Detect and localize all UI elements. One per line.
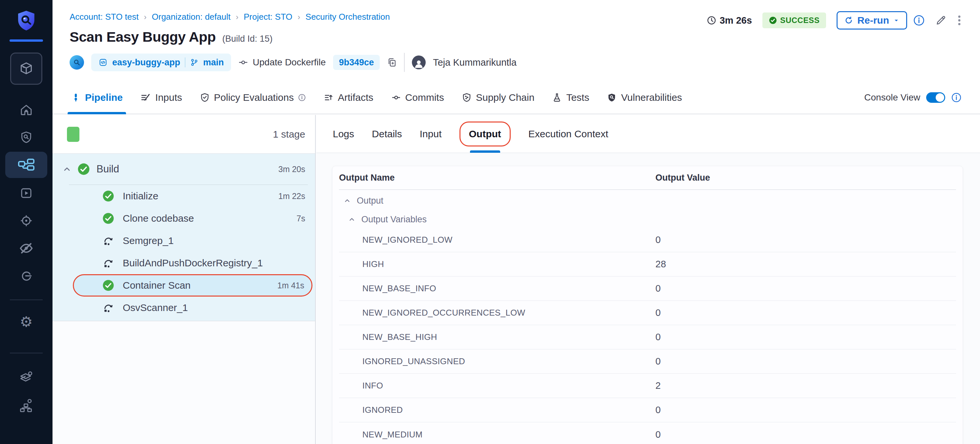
table-row: NEW_IGNORED_OCCURRENCES_LOW 0 (339, 301, 956, 325)
breadcrumb-separator: › (144, 13, 147, 22)
step-duration: 7s (297, 214, 305, 223)
step-row-container-scan[interactable]: Container Scan 1m 41s (73, 274, 312, 297)
executions-icon[interactable] (19, 186, 33, 200)
console-view-toggle[interactable] (926, 92, 945, 103)
step-duration: 1m 41s (277, 281, 304, 290)
info-icon[interactable] (913, 14, 925, 26)
artifacts-icon (324, 93, 333, 102)
copy-icon[interactable] (387, 57, 397, 67)
pipeline-icon (71, 93, 81, 102)
commit-message: Update Dockerfile (253, 57, 326, 68)
step-row-build-and-push[interactable]: BuildAndPushDockerRegistry_1 (52, 252, 315, 274)
breadcrumb-module[interactable]: Security Orchestration (305, 12, 390, 22)
step-name: BuildAndPushDockerRegistry_1 (123, 257, 263, 268)
detail-tab-logs[interactable]: Logs (333, 115, 354, 153)
overview-shield-scan-icon[interactable] (19, 130, 33, 144)
tab-vulnerabilities[interactable]: Vulnerabilities (606, 81, 683, 113)
detail-tab-details[interactable]: Details (372, 115, 402, 153)
step-name: Semgrep_1 (123, 235, 173, 246)
branch-name[interactable]: main (203, 57, 224, 68)
table-row: NEW_IGNORED_LOW 0 (339, 228, 956, 252)
sidebar-item-pipelines[interactable] (5, 152, 47, 178)
step-name: Clone codebase (123, 213, 194, 224)
success-check-icon (102, 212, 114, 224)
stage-panel: 1 stage Build 3m 20s Initialize 1m 22s (52, 115, 316, 444)
commit-sha-pill[interactable]: 9b349ce (333, 55, 380, 70)
execution-content: 1 stage Build 3m 20s Initialize 1m 22s (52, 115, 980, 444)
edit-pencil-icon[interactable] (935, 15, 947, 26)
detail-tab-input[interactable]: Input (420, 115, 442, 153)
repo-name[interactable]: easy-buggy-app (112, 57, 180, 68)
stage-duration: 3m 20s (278, 165, 305, 174)
nav-divider (10, 353, 43, 353)
step-row-semgrep[interactable]: Semgrep_1 (52, 230, 315, 252)
info-icon[interactable] (951, 92, 962, 103)
table-row: NEW_MEDIUM 0 (339, 422, 956, 444)
rerun-button[interactable]: Re-run (837, 11, 907, 30)
default-settings-layers-icon[interactable] (19, 371, 33, 385)
header-divider (404, 53, 405, 72)
collapse-chevron-icon[interactable] (62, 165, 72, 174)
step-duration: 1m 22s (278, 192, 305, 201)
table-row: INFO 2 (339, 374, 956, 398)
execution-duration: 3m 26s (706, 15, 752, 26)
nav-divider (10, 300, 43, 300)
step-row-initialize[interactable]: Initialize 1m 22s (52, 185, 315, 207)
main-area: Account: STO test › Organization: defaul… (52, 0, 980, 444)
detail-tab-execution-context[interactable]: Execution Context (528, 115, 608, 153)
output-table-card: Output Name Output Value Output Output V… (332, 166, 963, 444)
detail-tab-output[interactable]: Output (460, 115, 511, 153)
breadcrumb: Account: STO test › Organization: defaul… (70, 12, 390, 22)
step-row-osv-scanner[interactable]: OsvScanner_1 (52, 297, 315, 319)
tab-artifacts[interactable]: Artifacts (322, 81, 374, 113)
table-row: IGNORED 0 (339, 398, 956, 422)
commit-icon (238, 57, 248, 67)
stage-count-label: 1 stage (273, 129, 305, 140)
collapse-chevron-icon (344, 197, 351, 204)
step-skipped-icon (102, 302, 114, 314)
home-icon[interactable] (19, 102, 33, 117)
tab-commits[interactable]: Commits (390, 81, 445, 113)
commit-sha[interactable]: 9b349ce (339, 57, 374, 68)
exemptions-eye-slash-icon[interactable] (19, 241, 33, 256)
nav-divider-accent (10, 39, 43, 42)
more-options-icon[interactable] (957, 15, 962, 26)
tab-supply-chain[interactable]: Supply Chain (460, 81, 536, 113)
breadcrumb-separator: › (298, 13, 300, 22)
group-row-output-variables[interactable]: Output Variables (339, 211, 956, 228)
author-name: Teja Kummarikuntla (433, 57, 517, 68)
tab-pipeline[interactable]: Pipeline (70, 81, 124, 113)
sto-logo-icon (16, 9, 37, 32)
step-name: Initialize (123, 190, 158, 202)
column-header-output-value: Output Value (655, 173, 956, 183)
tab-inputs[interactable]: Inputs (139, 81, 183, 113)
settings-gear-icon[interactable]: ⚙ (19, 315, 33, 329)
breadcrumb-account[interactable]: Account: STO test (70, 12, 139, 22)
console-view-label: Console View (864, 92, 920, 103)
breadcrumb-org[interactable]: Organization: default (152, 12, 231, 22)
inputs-icon (140, 92, 151, 103)
step-skipped-icon (102, 257, 114, 269)
stage-tree: Build 3m 20s Initialize 1m 22s Clone cod… (52, 154, 315, 321)
module-selector-button[interactable] (10, 53, 42, 85)
git-branch-icon (190, 58, 199, 67)
repo-branch-pill[interactable]: easy-buggy-app main (91, 54, 231, 71)
stage-row-build[interactable]: Build 3m 20s (52, 154, 315, 185)
step-detail-tabs: Logs Details Input Output Execution Cont… (317, 115, 980, 153)
org-structure-settings-icon[interactable] (19, 398, 33, 412)
test-targets-icon[interactable] (19, 214, 33, 228)
step-name: OsvScanner_1 (123, 302, 188, 313)
getting-started-icon[interactable] (19, 268, 33, 283)
step-row-clone-codebase[interactable]: Clone codebase 7s (52, 207, 315, 230)
step-skipped-icon (102, 235, 114, 247)
module-cube-icon (19, 61, 34, 76)
table-row: HIGH 28 (339, 252, 956, 276)
group-row-output[interactable]: Output (339, 190, 956, 211)
success-check-icon (102, 190, 114, 202)
step-detail-panel: Logs Details Input Output Execution Cont… (317, 115, 980, 444)
pipelines-icon (18, 158, 35, 171)
tab-tests[interactable]: Tests (551, 81, 590, 113)
breadcrumb-project[interactable]: Project: STO (243, 12, 292, 22)
repository-icon (99, 58, 108, 67)
tab-policy-evaluations[interactable]: Policy Evaluations (199, 81, 307, 113)
